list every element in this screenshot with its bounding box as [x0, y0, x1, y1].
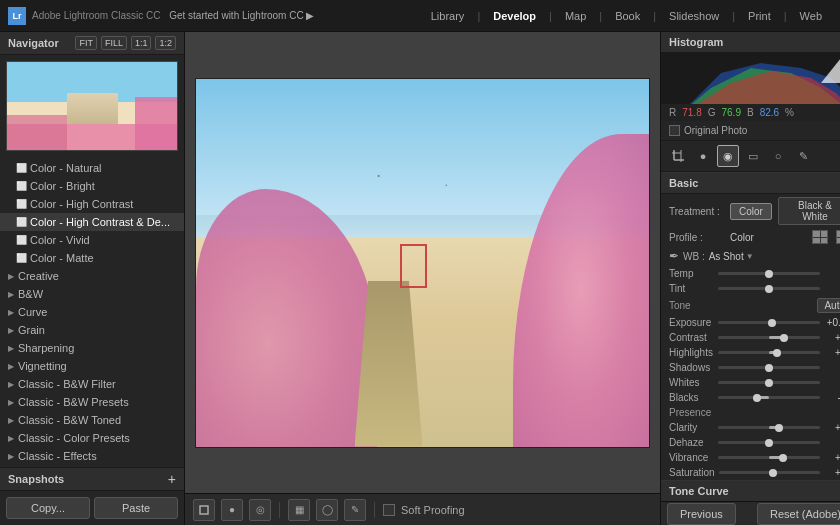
highlights-slider-thumb[interactable] [773, 349, 781, 357]
zoom-fill-btn[interactable]: FILL [101, 36, 127, 50]
preset-group-grain[interactable]: ▶ Grain [0, 321, 184, 339]
preset-group-classic-effects[interactable]: ▶ Classic - Effects [0, 447, 184, 465]
saturation-slider-thumb[interactable] [769, 469, 777, 477]
crop-right-btn[interactable] [667, 145, 689, 167]
tab-book[interactable]: Book [605, 6, 650, 26]
profile-grid-button[interactable] [812, 230, 828, 244]
contrast-label: Contrast [669, 332, 714, 343]
blacks-value: -40 [824, 392, 840, 403]
spot-heal-button[interactable]: ● [221, 499, 243, 521]
preset-group-creative[interactable]: ▶ Creative [0, 267, 184, 285]
brush-right-btn[interactable]: ✎ [792, 145, 814, 167]
contrast-slider[interactable] [718, 336, 820, 339]
preset-group-classic-bwfilter[interactable]: ▶ Classic - B&W Filter [0, 375, 184, 393]
soft-proofing-checkbox[interactable] [383, 504, 395, 516]
whites-slider-thumb[interactable] [765, 379, 773, 387]
vibrance-slider-thumb[interactable] [779, 454, 787, 462]
presets-section: ⬜ Color - Natural ⬜ Color - Bright ⬜ Col… [0, 157, 184, 467]
vibrance-slider[interactable] [718, 456, 820, 459]
tone-label: Tone [669, 300, 813, 311]
shadows-slider[interactable] [718, 366, 820, 369]
dehaze-slider-thumb[interactable] [765, 439, 773, 447]
reset-button[interactable]: Reset (Adobe) [757, 503, 840, 525]
copy-button[interactable]: Copy... [6, 497, 90, 519]
radial-button[interactable]: ◯ [316, 499, 338, 521]
auto-button[interactable]: Auto [817, 298, 840, 313]
preset-group-classic-colorpresets[interactable]: ▶ Classic - Color Presets [0, 429, 184, 447]
tint-slider[interactable] [718, 287, 820, 290]
preset-color-natural[interactable]: ⬜ Color - Natural [0, 159, 184, 177]
zoom-1-1-btn[interactable]: 1:1 [131, 36, 152, 50]
contrast-slider-thumb[interactable] [780, 334, 788, 342]
wb-dropdown-arrow-icon: ▼ [746, 252, 754, 261]
original-photo-checkbox[interactable] [669, 125, 680, 136]
tint-slider-thumb[interactable] [765, 285, 773, 293]
preset-group-sharpening[interactable]: ▶ Sharpening [0, 339, 184, 357]
clarity-value: +30 [824, 422, 840, 433]
tab-slideshow[interactable]: Slideshow [659, 6, 729, 26]
clarity-label: Clarity [669, 422, 714, 433]
dehaze-row: Dehaze 0 [661, 435, 840, 450]
tab-library[interactable]: Library [421, 6, 475, 26]
paste-button[interactable]: Paste [94, 497, 178, 519]
zoom-1-2-btn[interactable]: 1:2 [155, 36, 176, 50]
histogram-header[interactable]: Histogram ▼ [661, 32, 840, 53]
exposure-slider[interactable] [718, 321, 820, 324]
profile-grid-button-2[interactable] [836, 230, 840, 244]
blacks-slider[interactable] [718, 396, 820, 399]
whites-slider[interactable] [718, 381, 820, 384]
tab-map[interactable]: Map [555, 6, 596, 26]
preset-label: Color - Vivid [30, 234, 90, 246]
brush-button[interactable]: ✎ [344, 499, 366, 521]
previous-button[interactable]: Previous [667, 503, 736, 525]
temp-slider-thumb[interactable] [765, 270, 773, 278]
highlights-slider[interactable] [718, 351, 820, 354]
color-treatment-button[interactable]: Color [730, 203, 772, 220]
gradient-right-btn[interactable]: ▭ [742, 145, 764, 167]
tone-curve-section-header[interactable]: Tone Curve ▼ [661, 480, 840, 501]
crop-tool-button[interactable] [193, 499, 215, 521]
preset-group-classic-bwtoned[interactable]: ▶ Classic - B&W Toned [0, 411, 184, 429]
dehaze-slider[interactable] [718, 441, 820, 444]
zoom-fit-btn[interactable]: FIT [75, 36, 97, 50]
g-label: G [708, 107, 716, 118]
preset-color-vivid[interactable]: ⬜ Color - Vivid [0, 231, 184, 249]
radial-right-btn[interactable]: ○ [767, 145, 789, 167]
arrow-icon: ▶ [8, 434, 14, 443]
tab-web[interactable]: Web [790, 6, 832, 26]
tab-print[interactable]: Print [738, 6, 781, 26]
tab-develop[interactable]: Develop [483, 6, 546, 26]
arrow-icon: ▶ [8, 380, 14, 389]
app-subtitle[interactable]: Get started with Lightroom CC ▶ [169, 10, 314, 21]
whites-label: Whites [669, 377, 714, 388]
clarity-slider-thumb[interactable] [775, 424, 783, 432]
preview-image[interactable] [6, 61, 178, 151]
preset-color-high-contrast[interactable]: ⬜ Color - High Contrast [0, 195, 184, 213]
temp-slider[interactable] [718, 272, 820, 275]
exposure-slider-thumb[interactable] [768, 319, 776, 327]
heal-right-btn[interactable]: ● [692, 145, 714, 167]
snapshots-add-button[interactable]: + [168, 472, 176, 486]
bw-treatment-button[interactable]: Black & White [778, 197, 840, 225]
vibrance-value: +40 [824, 452, 840, 463]
preset-group-vignetting[interactable]: ▶ Vignetting [0, 357, 184, 375]
preset-group-classic-bwpresets[interactable]: ▶ Classic - B&W Presets [0, 393, 184, 411]
preset-color-high-contrast-de[interactable]: ⬜ Color - High Contrast & De... [0, 213, 184, 231]
gradient-button[interactable]: ▦ [288, 499, 310, 521]
redeye-button[interactable]: ◎ [249, 499, 271, 521]
basic-section-header[interactable]: Basic ▼ [661, 172, 840, 194]
preset-color-bright[interactable]: ⬜ Color - Bright [0, 177, 184, 195]
whites-value: 0 [824, 377, 840, 388]
shadows-slider-thumb[interactable] [765, 364, 773, 372]
wb-label: WB : [683, 251, 705, 262]
preset-group-bw[interactable]: ▶ B&W [0, 285, 184, 303]
redeye-right-btn[interactable]: ◉ [717, 145, 739, 167]
preset-group-curve[interactable]: ▶ Curve [0, 303, 184, 321]
wb-dropdown[interactable]: As Shot ▼ [709, 251, 840, 262]
wb-eyedropper-icon[interactable]: ✒ [669, 249, 679, 263]
clarity-slider[interactable] [718, 426, 820, 429]
saturation-slider[interactable] [719, 471, 820, 474]
snapshots-header[interactable]: Snapshots + [0, 467, 184, 491]
blacks-slider-thumb[interactable] [753, 394, 761, 402]
preset-color-matte[interactable]: ⬜ Color - Matte [0, 249, 184, 267]
